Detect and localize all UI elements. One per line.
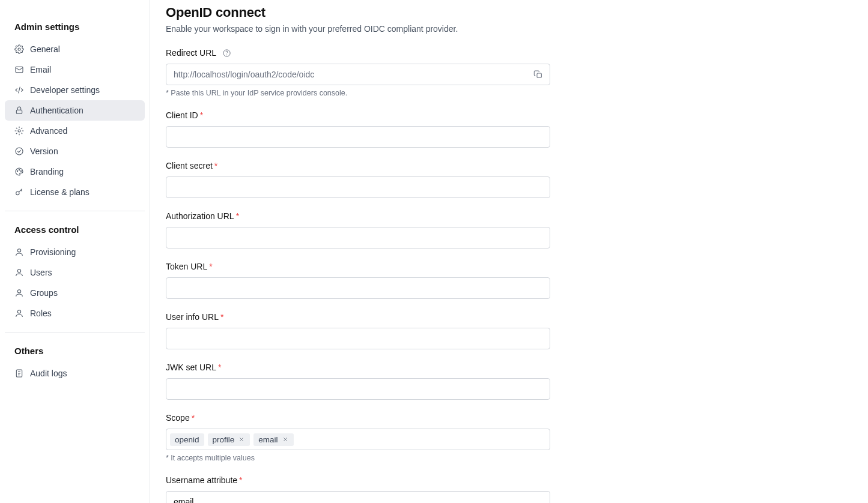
user-info-url-label: User info URL (166, 312, 219, 322)
jwk-set-url-input[interactable] (166, 378, 550, 400)
svg-point-13 (17, 310, 20, 313)
sidebar-item-version[interactable]: Version (5, 141, 145, 161)
user-icon (14, 247, 24, 257)
svg-point-11 (17, 270, 20, 273)
scope-tag-label: email (258, 435, 278, 444)
redirect-url-hint: * Paste this URL in your IdP service pro… (166, 89, 715, 97)
sidebar-item-label: General (30, 44, 60, 54)
authorization-url-label: Authorization URL (166, 211, 234, 221)
svg-point-12 (17, 290, 20, 293)
svg-point-10 (17, 249, 20, 252)
sidebar-item-label: Advanced (30, 126, 67, 136)
close-icon[interactable] (282, 436, 289, 443)
required-marker: * (220, 312, 223, 322)
svg-rect-1 (16, 67, 23, 72)
key-icon (14, 187, 24, 197)
svg-point-5 (16, 148, 23, 155)
sidebar-item-groups[interactable]: Groups (5, 283, 145, 303)
sidebar-item-label: Users (30, 268, 52, 277)
scope-tags-input[interactable]: openidprofileemail (166, 429, 550, 450)
sidebar-item-roles[interactable]: Roles (5, 303, 145, 324)
sidebar-section-title: Access control (5, 220, 145, 242)
username-attribute-label: Username attribute (166, 475, 237, 485)
required-marker: * (200, 110, 203, 120)
sidebar-item-label: Audit logs (30, 369, 67, 378)
sidebar-section-title: Others (5, 341, 145, 363)
username-attribute-input[interactable] (166, 491, 550, 503)
check-circle-icon (14, 146, 24, 156)
sidebar-item-label: License & plans (30, 187, 90, 197)
sidebar-item-users[interactable]: Users (5, 262, 145, 283)
user-info-url-input[interactable] (166, 328, 550, 349)
client-secret-input[interactable] (166, 176, 550, 198)
mail-icon (14, 65, 24, 74)
sidebar-item-label: Developer settings (30, 85, 100, 95)
svg-point-7 (19, 169, 19, 170)
svg-rect-20 (537, 73, 541, 77)
svg-point-19 (226, 55, 227, 55)
scope-tag: email (253, 433, 293, 446)
field-client-id: Client ID* (166, 110, 715, 148)
sidebar-item-label: Roles (30, 309, 52, 318)
svg-point-8 (20, 170, 21, 171)
authorization-url-input[interactable] (166, 227, 550, 248)
field-username-attribute: Username attribute* * Name of the claim … (166, 475, 715, 503)
sidebar-item-label: Version (30, 146, 58, 156)
required-marker: * (236, 211, 239, 221)
sidebar-item-developer[interactable]: Developer settings (5, 80, 145, 100)
redirect-url-label: Redirect URL (166, 48, 216, 58)
sidebar-item-license[interactable]: License & plans (5, 182, 145, 202)
sidebar-item-label: Branding (30, 167, 64, 176)
scope-tag: openid (170, 433, 204, 446)
sidebar-item-authentication[interactable]: Authentication (5, 100, 145, 121)
copy-button[interactable] (532, 68, 544, 80)
token-url-label: Token URL (166, 262, 207, 271)
sidebar-item-provisioning[interactable]: Provisioning (5, 242, 145, 262)
svg-point-9 (16, 191, 19, 194)
scope-tag-label: openid (175, 435, 199, 444)
lock-icon (14, 106, 24, 115)
main-content: OpenID connect Enable your workspace to … (150, 0, 715, 503)
svg-rect-3 (16, 110, 22, 113)
svg-point-6 (17, 170, 17, 171)
field-redirect-url: Redirect URL * Paste this URL in your Id… (166, 48, 715, 97)
sidebar-item-email[interactable]: Email (5, 59, 145, 80)
required-marker: * (214, 161, 217, 170)
sidebar-item-advanced[interactable]: Advanced (5, 121, 145, 141)
redirect-url-input[interactable] (166, 64, 550, 85)
scope-tag-label: profile (213, 435, 235, 444)
help-icon[interactable] (222, 49, 231, 58)
token-url-input[interactable] (166, 277, 550, 299)
client-id-input[interactable] (166, 126, 550, 148)
close-icon[interactable] (238, 436, 245, 443)
field-authorization-url: Authorization URL* (166, 211, 715, 248)
code-icon (14, 85, 24, 95)
sidebar-item-label: Groups (30, 288, 58, 298)
user-icon (14, 288, 24, 298)
scope-hint: * It accepts multiple values (166, 454, 715, 462)
field-token-url: Token URL* (166, 262, 715, 299)
sidebar-item-audit-logs[interactable]: Audit logs (5, 363, 145, 384)
svg-point-4 (18, 130, 20, 132)
required-marker: * (239, 475, 242, 485)
jwk-set-url-label: JWK set URL (166, 363, 216, 372)
scope-tag: profile (208, 433, 250, 446)
svg-line-2 (19, 87, 20, 94)
sidebar-item-branding[interactable]: Branding (5, 161, 145, 182)
sidebar-divider (5, 332, 145, 333)
client-secret-label: Client secret (166, 161, 213, 170)
scope-label: Scope (166, 413, 190, 423)
palette-icon (14, 167, 24, 176)
required-marker: * (209, 262, 212, 271)
user-icon (14, 268, 24, 277)
sidebar-item-label: Email (30, 65, 51, 74)
page-subtitle: Enable your workspace to sign in with yo… (166, 24, 715, 34)
field-user-info-url: User info URL* (166, 312, 715, 349)
sidebar-section-title: Admin settings (5, 17, 145, 39)
page-title: OpenID connect (166, 5, 715, 20)
settings-icon (14, 44, 24, 54)
sidebar: Admin settingsGeneralEmailDeveloper sett… (0, 0, 150, 503)
gear-icon (14, 126, 24, 136)
sidebar-item-general[interactable]: General (5, 39, 145, 59)
required-marker: * (218, 363, 221, 372)
